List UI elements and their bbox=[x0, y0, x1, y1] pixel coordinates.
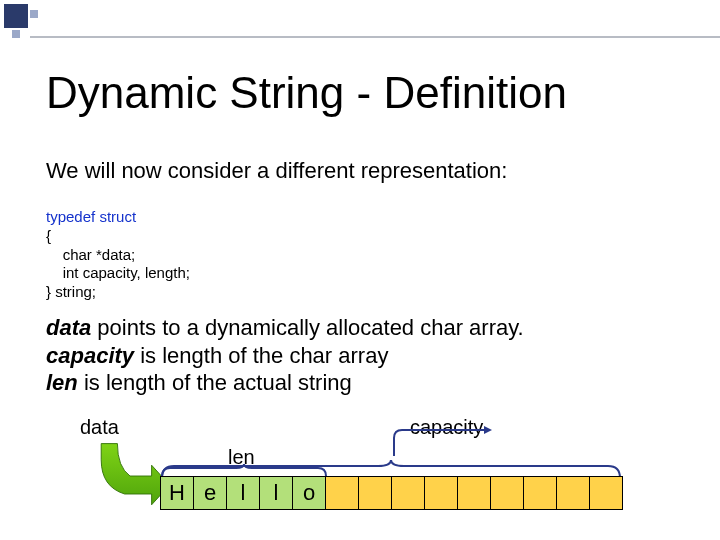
desc-capacity-em: capacity bbox=[46, 343, 134, 368]
array-cell bbox=[457, 476, 491, 510]
code-brace-close: } string; bbox=[46, 283, 96, 300]
array-cell bbox=[556, 476, 590, 510]
slide-title: Dynamic String - Definition bbox=[46, 68, 567, 118]
array-cell bbox=[325, 476, 359, 510]
array-cell bbox=[523, 476, 557, 510]
horizontal-rule bbox=[30, 36, 720, 38]
desc-data-rest: points to a dynamically allocated char a… bbox=[91, 315, 523, 340]
capacity-connector-arrow bbox=[392, 426, 492, 462]
slide-corner-ornament bbox=[0, 0, 44, 40]
desc-len-rest: is length of the actual string bbox=[78, 370, 352, 395]
array-cell bbox=[490, 476, 524, 510]
keyword-struct: struct bbox=[99, 208, 136, 225]
array-cell bbox=[589, 476, 623, 510]
diagram: data len capacity Hello bbox=[80, 416, 680, 536]
description-block: data points to a dynamically allocated c… bbox=[46, 314, 524, 397]
desc-capacity-rest: is length of the char array bbox=[134, 343, 388, 368]
label-data: data bbox=[80, 416, 119, 439]
array-cell: H bbox=[160, 476, 194, 510]
keyword-typedef: typedef bbox=[46, 208, 95, 225]
array-cell: l bbox=[259, 476, 293, 510]
array-cell: e bbox=[193, 476, 227, 510]
code-line-data: char *data; bbox=[46, 246, 135, 263]
desc-len-em: len bbox=[46, 370, 78, 395]
code-block: typedef struct { char *data; int capacit… bbox=[46, 208, 190, 302]
array-cell bbox=[424, 476, 458, 510]
char-array: Hello bbox=[160, 476, 623, 510]
array-cell: o bbox=[292, 476, 326, 510]
intro-text: We will now consider a different represe… bbox=[46, 158, 507, 184]
array-cell bbox=[358, 476, 392, 510]
code-brace-open: { bbox=[46, 227, 51, 244]
array-cell: l bbox=[226, 476, 260, 510]
desc-data-em: data bbox=[46, 315, 91, 340]
array-cell bbox=[391, 476, 425, 510]
code-line-capacity: int capacity, length; bbox=[46, 264, 190, 281]
